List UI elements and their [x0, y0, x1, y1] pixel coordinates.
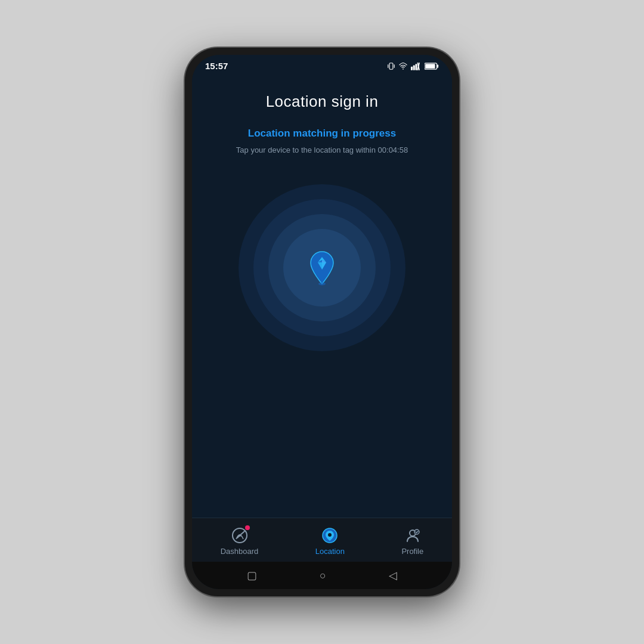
phone-screen: 15:57: [192, 55, 452, 589]
nav-label-location: Location: [315, 547, 345, 556]
tap-instruction: Tap your device to the location tag with…: [236, 145, 408, 154]
matching-status: Location matching in progress: [248, 128, 396, 140]
svg-point-13: [318, 283, 326, 286]
x-signal-icon: [411, 62, 422, 70]
android-back-btn[interactable]: ◁: [389, 569, 397, 582]
svg-rect-5: [413, 65, 415, 70]
wifi-icon: [398, 62, 408, 70]
battery-icon: [425, 62, 439, 70]
status-time: 15:57: [205, 61, 228, 71]
nav-item-profile[interactable]: Profile: [389, 524, 435, 558]
location-nfc-icon: [298, 244, 346, 292]
status-icons: [387, 62, 439, 70]
svg-rect-12: [425, 64, 435, 69]
svg-rect-4: [411, 66, 413, 70]
svg-rect-11: [437, 64, 439, 67]
nav-label-dashboard: Dashboard: [221, 547, 259, 556]
android-home-btn[interactable]: ○: [320, 569, 326, 582]
page-title: Location sign in: [266, 92, 379, 111]
nav-label-profile: Profile: [401, 547, 423, 556]
nfc-location-svg: [301, 247, 343, 289]
ripple-animation: [239, 184, 405, 351]
nav-item-dashboard[interactable]: Dashboard: [209, 524, 271, 558]
svg-point-17: [328, 533, 332, 537]
bottom-nav: Dashboard Location: [192, 518, 452, 562]
android-nav: ▢ ○ ◁: [192, 562, 452, 589]
svg-point-3: [402, 68, 404, 69]
main-content: Location sign in Location matching in pr…: [192, 75, 452, 518]
vibrate-icon: [387, 62, 395, 70]
dashboard-notification-dot: [245, 525, 250, 530]
nav-item-location[interactable]: Location: [304, 524, 357, 558]
status-bar: 15:57: [192, 55, 452, 75]
profile-icon: [404, 527, 422, 544]
location-nav-icon: [321, 527, 339, 544]
android-square-btn[interactable]: ▢: [247, 569, 257, 582]
svg-rect-6: [416, 64, 417, 70]
phone-frame: 15:57: [185, 48, 459, 596]
dashboard-icon: [231, 527, 249, 544]
svg-rect-0: [389, 63, 393, 69]
